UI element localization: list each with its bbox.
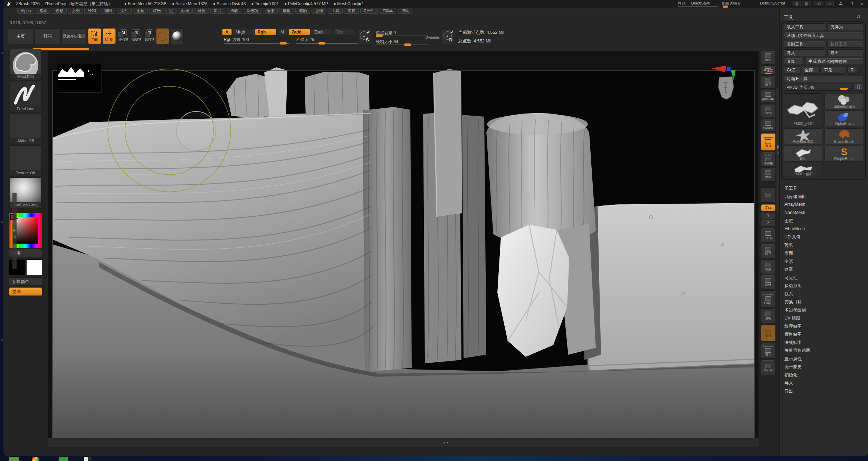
- subpalette-row[interactable]: 变换目标: [784, 299, 810, 307]
- active-tool-thumbnail[interactable]: PM3D_岩石: [784, 93, 822, 127]
- subpalette-row[interactable]: 导出: [784, 389, 810, 397]
- menu-item[interactable]: 工具: [328, 8, 343, 14]
- tool-thumbnail[interactable]: S SimpleBrush: [824, 146, 864, 161]
- goz-r-button[interactable]: R: [847, 67, 857, 73]
- zcut-button[interactable]: Zcut: [334, 29, 354, 35]
- strip-button[interactable]: X Y Z地网格: [761, 152, 775, 166]
- menu-item[interactable]: 拾取: [227, 8, 241, 14]
- subpalette-row[interactable]: 置换贴图: [784, 332, 810, 340]
- goz-button[interactable]: GoZ: [784, 67, 800, 73]
- strip-button[interactable]: Zoom2D: [761, 90, 775, 103]
- paste-tool-button[interactable]: 粘贴工具: [827, 41, 864, 48]
- subpalette-row[interactable]: HD 几何: [784, 234, 810, 243]
- subpalette-row[interactable]: UV 贴图: [784, 315, 810, 324]
- draw-size-slider[interactable]: 绘制大小 64: [376, 39, 398, 45]
- menu-item[interactable]: 标记: [178, 8, 193, 14]
- zsub-button[interactable]: Zsub: [312, 29, 332, 35]
- canvas-scroll-handle[interactable]: ▲▼: [443, 441, 450, 444]
- scale-axis-button[interactable]: S 缩放轴: [131, 29, 142, 42]
- menu-item[interactable]: 色彩: [52, 8, 67, 14]
- rotate-axis-button[interactable]: R 旋转轴: [144, 29, 155, 42]
- restore-button[interactable]: [848, 1, 854, 6]
- draw-size-handle[interactable]: [404, 43, 411, 46]
- current-texture-tile[interactable]: Texture Off: [10, 145, 41, 176]
- subpalette-row[interactable]: ArrayMesh: [784, 202, 810, 210]
- secondary-color-swatch[interactable]: [26, 259, 42, 275]
- strip-button[interactable]: 子像素: [761, 66, 775, 75]
- lightbox-button[interactable]: 灯箱: [35, 28, 61, 44]
- palette-dock-right-icon[interactable]: ❏›: [825, 1, 834, 6]
- draw-button[interactable]: 绘 制: [103, 28, 116, 44]
- subpalette-row[interactable]: 联系: [784, 291, 810, 300]
- strip-button[interactable]: 透明: [761, 308, 775, 323]
- menu-item[interactable]: 帮助: [398, 8, 412, 14]
- subpalette-row[interactable]: 多边形组: [784, 283, 810, 291]
- menu-item[interactable]: 宏: [165, 8, 177, 14]
- edit-button[interactable]: Edit: [88, 28, 101, 44]
- strip-button[interactable]: 幽灵: [761, 325, 775, 341]
- focal-shift-handle[interactable]: [376, 35, 383, 37]
- zadd-button[interactable]: Zadd: [289, 29, 310, 35]
- divider-left-icon[interactable]: ‹||||: [792, 1, 801, 6]
- camera-orientation-gizmo[interactable]: [711, 65, 743, 103]
- import-button[interactable]: 导入: [784, 49, 825, 56]
- palette-dock-left-icon[interactable]: ‹❏: [814, 1, 823, 6]
- dynamic-label[interactable]: Dynamic: [426, 36, 440, 39]
- subpalette-row[interactable]: 统一蒙皮: [784, 364, 810, 372]
- default-zscript-button[interactable]: DefaultZScript: [760, 0, 785, 8]
- subpalette-row[interactable]: NanoMesh: [784, 210, 810, 218]
- menu-item[interactable]: 图层: [133, 8, 148, 14]
- tray-expand-arrow[interactable]: [13, 228, 16, 233]
- strip-button[interactable]: AC50%: [761, 119, 775, 132]
- strip-button[interactable]: 中心点: [761, 228, 775, 243]
- menu-item[interactable]: 首选项: [243, 8, 262, 14]
- divider-right-icon[interactable]: ||||›: [802, 1, 811, 6]
- subpalette-row[interactable]: 纹理贴图: [784, 324, 810, 332]
- material-ball-button[interactable]: [171, 28, 184, 44]
- current-stroke-tile[interactable]: FreeHand: [10, 81, 41, 112]
- strip-button[interactable]: 缩放: [761, 259, 775, 274]
- channel-mrgb-button[interactable]: Mrgb: [233, 29, 254, 35]
- z-intensity-slider[interactable]: Z 强度 25: [296, 37, 314, 43]
- tool-thumbnail[interactable]: SphereBrush: [824, 93, 864, 109]
- chrome-icon[interactable]: [32, 457, 39, 461]
- rgb-intensity-handle[interactable]: [280, 42, 287, 45]
- active-tool-slider-handle[interactable]: [840, 88, 848, 90]
- menu-item[interactable]: Alpha: [17, 8, 34, 14]
- menu-item[interactable]: 影片: [210, 8, 225, 14]
- subpalette-row[interactable]: 子工具: [784, 186, 810, 194]
- load-from-project-button[interactable]: 从项目文件载入工具: [784, 32, 864, 39]
- make-polymesh3d-button[interactable]: 生成 多边形网格物体: [805, 58, 864, 65]
- save-as-button[interactable]: 另存为: [827, 23, 864, 30]
- taskbar-app-icon[interactable]: [9, 457, 19, 461]
- camera-lock-button[interactable]: [761, 187, 775, 203]
- strip-button[interactable]: Line FillPolyF: [761, 291, 775, 307]
- tool-thumbnail[interactable]: PM3D_岩石: [784, 163, 822, 177]
- preview-bool-render-button[interactable]: 预览布尔渲染: [61, 28, 86, 44]
- subpalette-row[interactable]: 显示属性: [784, 356, 810, 364]
- menu-item[interactable]: 笔触: [295, 8, 310, 14]
- home-button[interactable]: 主页: [8, 28, 34, 44]
- tool-thumbnail[interactable]: 岩石: [784, 146, 822, 161]
- move-axis-button[interactable]: M 移动轴: [118, 29, 128, 42]
- load-tool-button[interactable]: 载入工具: [784, 23, 825, 30]
- tool-thumbnail[interactable]: PolyMesh3D: [784, 128, 822, 144]
- strip-button[interactable]: Dynamic孤立: [761, 343, 775, 359]
- channel-a-button[interactable]: A: [222, 29, 232, 35]
- dynamic-draw-size-d-button[interactable]: + D: [441, 28, 455, 44]
- subpalette-row[interactable]: 变形: [784, 259, 810, 267]
- channel-rgb-button[interactable]: Rgb: [255, 29, 276, 35]
- lightbox-tool-button[interactable]: 灯箱▶工具: [784, 75, 864, 82]
- strip-button[interactable]: 滚动: [761, 76, 775, 89]
- menu-item[interactable]: Z脚本: [379, 8, 396, 14]
- menu-item[interactable]: Z插件: [360, 8, 378, 14]
- primary-color-swatch[interactable]: [9, 259, 25, 275]
- subpalette-row[interactable]: 图层: [784, 218, 810, 226]
- switch-color-button[interactable]: 切换颜色: [9, 277, 42, 286]
- menu-item[interactable]: 绘制: [84, 8, 99, 14]
- goz-visible-button[interactable]: 可见: [821, 67, 845, 73]
- menu-item[interactable]: 材质: [194, 8, 209, 14]
- active-tool-slider[interactable]: PM3D_岩石. 49: [784, 84, 851, 91]
- strip-button[interactable]: XYZ: [761, 204, 775, 211]
- taskbar-app-icon[interactable]: [59, 457, 68, 461]
